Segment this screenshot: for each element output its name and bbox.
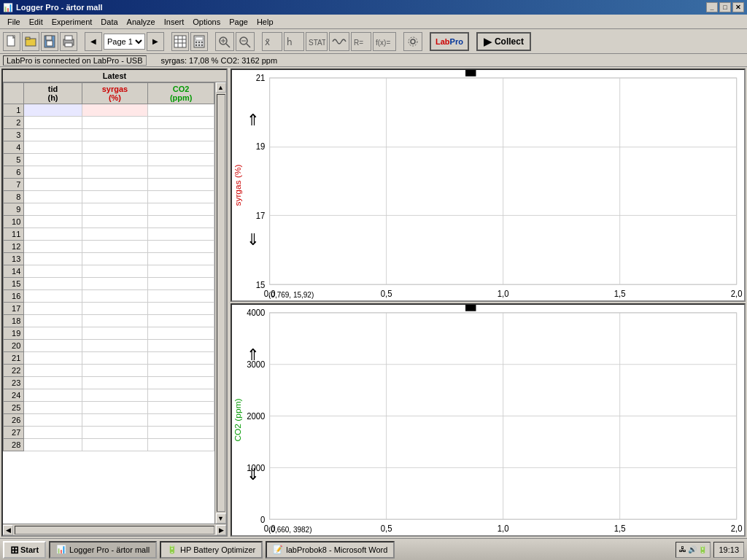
table-row[interactable]: 12 (4, 241, 214, 253)
labpro-button[interactable]: LabPro (430, 32, 469, 51)
menu-experiment[interactable]: Experiment (47, 17, 97, 27)
minimize-button[interactable]: _ (706, 2, 718, 12)
close-button[interactable]: ✕ (732, 2, 744, 12)
table-row[interactable]: 21 (4, 352, 214, 365)
table-row[interactable]: 27 (4, 427, 214, 439)
data-table: tid (h) syrgas (%) CO2 (ppm) (3, 82, 214, 451)
menu-analyze[interactable]: Analyze (123, 17, 160, 27)
scroll-right-button[interactable]: ▶ (216, 525, 226, 535)
task-word[interactable]: 📝 labProbok8 - Microsoft Word (266, 541, 395, 559)
open-button[interactable] (22, 32, 39, 51)
menu-page[interactable]: Page (225, 17, 252, 27)
menu-edit[interactable]: Edit (25, 17, 47, 27)
table-wrapper: tid (h) syrgas (%) CO2 (ppm) (3, 82, 226, 524)
zoom-in-button[interactable] (215, 32, 234, 51)
next-page-button[interactable]: ▶ (147, 32, 164, 51)
table-row[interactable]: 26 (4, 414, 214, 427)
table-row[interactable]: 7 (4, 179, 214, 191)
table-row[interactable]: 24 (4, 389, 214, 402)
zoom-out-button[interactable] (236, 32, 255, 51)
window-title: Logger Pro - ärtor mall (16, 3, 706, 12)
wave-button[interactable] (329, 32, 349, 51)
graph-type-1[interactable]: x̃ (262, 32, 282, 51)
scroll-up-button[interactable]: ▲ (216, 82, 226, 93)
table-row[interactable]: 25 (4, 402, 214, 414)
svg-text:⇐: ⇐ (438, 295, 448, 300)
svg-text:tid (h): tid (h) (492, 298, 514, 300)
calculator-button[interactable] (190, 32, 208, 51)
table-row[interactable]: 6 (4, 166, 214, 179)
svg-text:⇓: ⇓ (247, 230, 260, 248)
table-row[interactable]: 18 (4, 315, 214, 327)
graph-type-2[interactable]: ḣ (284, 32, 304, 51)
table-row[interactable]: 11 (4, 228, 214, 241)
toolbar: ◀ Page 1 ▶ x̃ ḣ STAT R= f(x)= Lab (0, 29, 747, 54)
sensor-values: syrgas: 17,08 % CO2: 3162 ppm (161, 56, 278, 65)
table-row[interactable]: 3 (4, 129, 214, 141)
svg-point-17 (198, 41, 200, 42)
table-row[interactable]: 8 (4, 191, 214, 203)
table-row[interactable]: 20 (4, 340, 214, 352)
svg-text:1,0: 1,0 (498, 523, 509, 532)
table-row[interactable]: 4 (4, 141, 214, 154)
svg-text:x̃: x̃ (265, 37, 270, 47)
table-row[interactable]: 9 (4, 203, 214, 216)
svg-text:⇓: ⇓ (247, 465, 260, 483)
collect-icon: ▶ (484, 36, 492, 47)
start-button[interactable]: ⊞ Start (3, 541, 46, 559)
collect-label: Collect (495, 36, 524, 47)
prev-page-button[interactable]: ◀ (85, 32, 102, 51)
table-row[interactable]: 10 (4, 216, 214, 228)
svg-point-21 (201, 44, 203, 45)
table-row[interactable]: 23 (4, 377, 214, 389)
table-row[interactable]: 5 (4, 154, 214, 166)
svg-text:0,5: 0,5 (381, 288, 392, 298)
menu-file[interactable]: File (3, 17, 25, 27)
stat-button[interactable]: STAT (306, 32, 328, 51)
svg-text:syrgas (%): syrgas (%) (233, 164, 243, 206)
menu-insert[interactable]: Insert (160, 17, 189, 27)
table-row[interactable]: 19 (4, 327, 214, 340)
data-panel: Latest tid (h) syr (1, 69, 228, 537)
chart1-container: 21 19 17 15 0,0 0,5 1,0 1,5 2,0 syrgas (… (231, 69, 746, 302)
save-button[interactable] (41, 32, 58, 51)
settings-button[interactable] (403, 32, 422, 51)
menu-options[interactable]: Options (188, 17, 225, 27)
table-button[interactable] (171, 32, 189, 51)
col-tid-header: tid (h) (24, 83, 82, 104)
svg-point-16 (196, 41, 197, 42)
table-row[interactable]: 14 (4, 265, 214, 278)
tray-icon-2: 🔊 (688, 545, 697, 553)
table-row[interactable]: 17 (4, 303, 214, 315)
table-row[interactable]: 28 (4, 439, 214, 451)
charts-panel: 21 19 17 15 0,0 0,5 1,0 1,5 2,0 syrgas (… (229, 67, 747, 538)
page-select[interactable]: Page 1 (104, 34, 145, 50)
svg-line-23 (226, 44, 230, 47)
maximize-button[interactable]: □ (719, 2, 731, 12)
fft-button[interactable]: f(x)= (373, 32, 396, 51)
table-row[interactable]: 15 (4, 278, 214, 290)
table-row[interactable]: 22 (4, 365, 214, 377)
print-button[interactable] (60, 32, 77, 51)
menu-data[interactable]: Data (96, 17, 122, 27)
col-co2-header: CO2 (ppm) (148, 83, 214, 104)
table-row[interactable]: 1 (4, 104, 214, 117)
collect-button[interactable]: ▶ Collect (476, 32, 531, 51)
tray-icon-1: 🖧 (679, 545, 686, 553)
scroll-left-button[interactable]: ◀ (3, 525, 13, 535)
table-row[interactable]: 13 (4, 253, 214, 265)
svg-text:⇑: ⇑ (247, 112, 260, 129)
scroll-down-button[interactable]: ▼ (216, 513, 226, 524)
main-content: Latest tid (h) syr (0, 67, 747, 538)
svg-text:1,5: 1,5 (614, 523, 626, 532)
svg-point-20 (198, 44, 200, 45)
new-button[interactable] (3, 32, 20, 51)
task-hp-battery[interactable]: 🔋 HP Battery Optimizer (160, 541, 263, 559)
regression-button[interactable]: R= (351, 32, 371, 51)
svg-text:2,0: 2,0 (731, 288, 743, 298)
task-logger-pro[interactable]: 📊 Logger Pro - ärtor mall (49, 541, 157, 559)
taskbar: ⊞ Start 📊 Logger Pro - ärtor mall 🔋 HP B… (0, 538, 747, 560)
table-row[interactable]: 2 (4, 117, 214, 129)
menu-help[interactable]: Help (252, 17, 278, 27)
table-row[interactable]: 16 (4, 290, 214, 303)
